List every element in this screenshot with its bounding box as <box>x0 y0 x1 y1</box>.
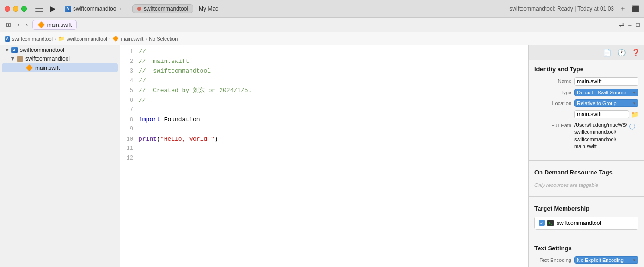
type-label: Type <box>534 89 571 95</box>
triangle-icon: ▶ <box>11 57 15 61</box>
table-row: 6 // <box>120 96 528 106</box>
location-select-wrapper: Relative to Group <box>574 99 638 107</box>
breadcrumb-folder: swiftcommandtool <box>67 36 107 42</box>
line-content[interactable]: print("Hello, World!") <box>139 135 528 144</box>
add-button[interactable]: ＋ <box>619 5 626 13</box>
identity-title: Identity and Type <box>534 66 638 73</box>
titlebar-right: swiftcommandtool: Ready | Today at 01:03… <box>509 5 639 13</box>
split-editor-button[interactable]: ⇄ <box>619 21 624 28</box>
encoding-row: Text Encoding No Explicit Encoding <box>534 256 638 264</box>
grid-view-button[interactable]: ⊞ <box>4 20 13 29</box>
line-number: 12 <box>120 154 139 163</box>
text-settings-section: Text Settings Text Encoding No Explicit … <box>529 239 644 267</box>
code-lines: 1 // 2 // main.swift 3 // swiftcommandto… <box>120 45 528 166</box>
breadcrumb-file: main.swift <box>121 36 143 42</box>
swift-icon-breadcrumb: 🔶 <box>112 36 119 42</box>
identity-section: Identity and Type Name Type Default - Sw… <box>529 60 644 157</box>
toolbar-right-icons: ⇄ ≡ ⊡ <box>619 21 640 28</box>
divider-2 <box>529 196 644 197</box>
target-membership-section: Target Membership ✓ >_ swiftcommandtool <box>529 199 644 233</box>
on-demand-section: On Demand Resource Tags Only resources a… <box>529 163 644 193</box>
table-row: 5 // Created by 刘东 on 2024/1/5. <box>120 86 528 96</box>
line-content[interactable]: // <box>139 47 528 57</box>
forward-button[interactable]: › <box>24 20 30 29</box>
line-content[interactable]: // main.swift <box>139 57 528 67</box>
line-number: 5 <box>120 87 139 95</box>
line-content[interactable]: // <box>139 76 528 86</box>
main-layout: ▶ A swiftcommandtool ▶ swiftcommandtool … <box>0 45 644 267</box>
file-tab[interactable]: 🔶 main.swift <box>32 20 77 30</box>
breadcrumb-sep-1: › <box>119 6 121 12</box>
project-name-label: swiftcommandtool <box>73 6 117 12</box>
target-membership-box: ✓ >_ swiftcommandtool <box>534 217 638 230</box>
divider-3 <box>529 236 644 236</box>
on-demand-placeholder: Only resources are taggable <box>534 180 638 190</box>
name-label: Name <box>534 77 571 84</box>
close-button[interactable] <box>5 6 10 12</box>
active-tab-chip[interactable]: swiftcommandtool <box>132 4 193 13</box>
sidebar-project-label: swiftcommandtool <box>20 47 64 53</box>
inspector-panel: 📄 🕐 ❓ Identity and Type Name Type Defaul… <box>528 45 644 267</box>
minimize-button[interactable] <box>13 6 18 12</box>
code-editor[interactable]: 1 // 2 // main.swift 3 // swiftcommandto… <box>120 45 528 267</box>
file-inspector-icon[interactable]: 📄 <box>603 49 612 57</box>
fullpath-arrow-icon[interactable]: ⓘ <box>629 123 635 131</box>
table-row: 11 <box>120 144 528 154</box>
line-number: 7 <box>120 106 139 114</box>
line-content[interactable]: // swiftcommandtool <box>139 67 528 76</box>
fullpath-row: Full Path /Users/liudong/macWS/swiftcomm… <box>534 122 638 150</box>
target-name: swiftcommandtool <box>557 220 601 226</box>
location-row: Location Relative to Group <box>534 99 638 107</box>
sidebar-toggle-button[interactable] <box>35 6 43 12</box>
line-content[interactable]: import Foundation <box>139 115 528 125</box>
table-row: 7 <box>120 106 528 115</box>
line-content[interactable]: // <box>139 96 528 106</box>
maximize-button[interactable] <box>21 6 27 12</box>
sidebar-item-main-swift[interactable]: 🔶 main.swift <box>2 63 118 72</box>
fullpath-wrapper: /Users/liudong/macWS/swiftcommandtool/sw… <box>574 122 638 150</box>
help-icon[interactable]: ❓ <box>632 49 640 57</box>
triangle-icon: ▶ <box>5 49 10 52</box>
traffic-lights <box>5 6 27 12</box>
tab-location: swiftcommandtool <box>144 6 188 12</box>
line-list-button[interactable]: ≡ <box>628 21 632 28</box>
name-input[interactable] <box>574 77 638 86</box>
layout-toggle-button[interactable]: ⬛ <box>632 5 639 12</box>
on-demand-title: On Demand Resource Tags <box>534 169 638 176</box>
text-settings-title: Text Settings <box>534 245 638 252</box>
location-select[interactable]: Relative to Group <box>574 99 638 107</box>
line-content[interactable]: // Created by 刘东 on 2024/1/5. <box>139 86 528 96</box>
location-label: My Mac <box>199 6 218 12</box>
terminal-icon: >_ <box>547 220 554 226</box>
terminal-dot <box>137 7 141 11</box>
encoding-select[interactable]: No Explicit Encoding <box>574 256 638 264</box>
project-blue-icon: A <box>11 47 18 53</box>
target-checkbox[interactable]: ✓ <box>539 220 545 226</box>
line-number: 4 <box>120 77 139 86</box>
run-button[interactable]: ▶ <box>50 4 55 13</box>
filename-label <box>534 110 571 111</box>
sidebar: ▶ A swiftcommandtool ▶ swiftcommandtool … <box>0 45 120 267</box>
sidebar-item-folder[interactable]: ▶ swiftcommandtool <box>2 55 118 63</box>
sidebar-file-label: main.swift <box>35 65 60 71</box>
project-icon: A <box>65 6 71 12</box>
type-select[interactable]: Default - Swift Source <box>574 89 638 96</box>
swift-file-icon-sidebar: 🔶 <box>25 64 33 71</box>
table-row: 3 // swiftcommandtool <box>120 67 528 76</box>
line-number: 2 <box>120 57 139 66</box>
filename-input[interactable] <box>574 110 629 118</box>
folder-browse-icon[interactable]: 📁 <box>631 111 638 118</box>
expand-button[interactable]: ⊡ <box>635 21 640 28</box>
history-icon[interactable]: 🕐 <box>617 49 626 57</box>
filename-wrapper: 📁 <box>574 110 638 118</box>
encoding-label: Text Encoding <box>534 257 571 263</box>
back-button[interactable]: ‹ <box>15 20 22 29</box>
table-row: 8 import Foundation <box>120 115 528 125</box>
breadcrumb-bar: A swiftcommandtool › 📁 swiftcommandtool … <box>0 32 644 45</box>
breadcrumb-project-icon: A <box>5 36 10 42</box>
fullpath-value: /Users/liudong/macWS/swiftcommandtool/sw… <box>574 122 627 150</box>
line-number: 8 <box>120 116 139 124</box>
encoding-select-wrapper: No Explicit Encoding <box>574 256 638 264</box>
sidebar-item-project[interactable]: ▶ A swiftcommandtool <box>2 46 118 54</box>
table-row: 12 <box>120 154 528 164</box>
